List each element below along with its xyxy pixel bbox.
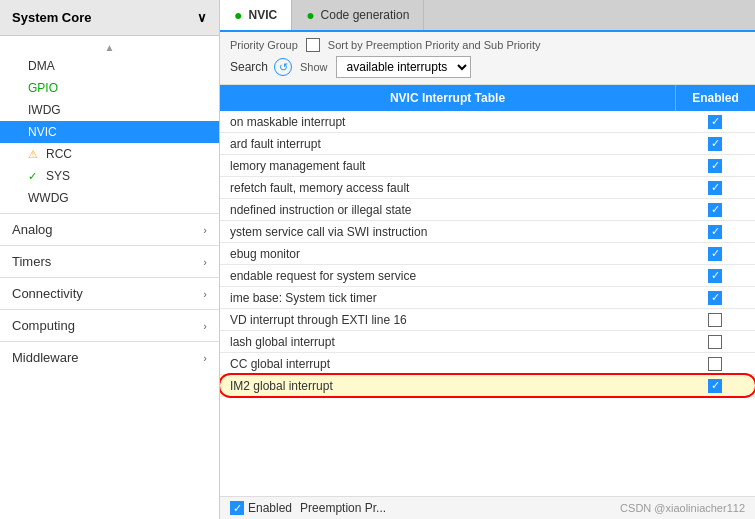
toolbar-row-1: Priority Group Sort by Preemption Priori… [230,38,745,52]
row-name-2: lemory management fault [220,156,675,176]
search-label: Search [230,60,268,74]
priority-group-label: Priority Group [230,39,298,51]
row-checkbox-4[interactable] [708,203,722,217]
show-select[interactable]: available interrupts all interrupts enab… [336,56,471,78]
table-row: ebug monitor [220,243,755,265]
sidebar-category-label-computing: Computing [12,318,75,333]
table-row: ard fault interrupt [220,133,755,155]
sort-label: Sort by Preemption Priority and Sub Prio… [328,39,541,51]
tab-code-gen[interactable]: ●Code generation [292,0,424,30]
main-content: ●NVIC●Code generation Priority Group Sor… [220,0,755,519]
row-checkbox-9[interactable] [708,313,722,327]
sidebar-category-computing[interactable]: Computing› [0,309,219,341]
table-row: refetch fault, memory access fault [220,177,755,199]
sidebar-header: System Core ∨ [0,0,219,36]
row-name-8: ime base: System tick timer [220,288,675,308]
row-enabled-12 [675,379,755,393]
sidebar-expand-icon[interactable]: ∨ [197,10,207,25]
table-row: ime base: System tick timer [220,287,755,309]
tab-label-code-gen: Code generation [321,8,410,22]
footer-bar: Enabled Preemption Pr... CSDN @xiaolinia… [220,496,755,519]
sidebar-item-iwdg[interactable]: IWDG [0,99,219,121]
interrupt-table: NVIC Interrupt Table Enabled on maskable… [220,85,755,496]
row-enabled-4 [675,203,755,217]
sidebar-category-label-analog: Analog [12,222,52,237]
search-box: Search ↺ [230,58,292,76]
sidebar-item-wwdg[interactable]: WWDG [0,187,219,209]
sidebar-title: System Core [12,10,91,25]
col-name-header: NVIC Interrupt Table [220,85,675,111]
table-header: NVIC Interrupt Table Enabled [220,85,755,111]
chevron-right-icon: › [203,320,207,332]
row-checkbox-8[interactable] [708,291,722,305]
sidebar-category-analog[interactable]: Analog› [0,213,219,245]
sidebar-category-label-connectivity: Connectivity [12,286,83,301]
row-name-1: ard fault interrupt [220,134,675,154]
warning-icon: ⚠ [28,148,42,161]
table-row: CC global interrupt [220,353,755,375]
row-checkbox-5[interactable] [708,225,722,239]
row-enabled-0 [675,115,755,129]
row-checkbox-12[interactable] [708,379,722,393]
chevron-right-icon: › [203,288,207,300]
footer-enabled-label: Enabled [248,501,292,515]
row-name-5: ystem service call via SWI instruction [220,222,675,242]
chevron-right-icon: › [203,352,207,364]
sidebar-category-label-timers: Timers [12,254,51,269]
row-enabled-10 [675,335,755,349]
sidebar-item-sys[interactable]: ✓SYS [0,165,219,187]
sidebar-item-rcc[interactable]: ⚠RCC [0,143,219,165]
toolbar: Priority Group Sort by Preemption Priori… [220,32,755,85]
row-checkbox-7[interactable] [708,269,722,283]
sidebar-item-dma[interactable]: DMA [0,55,219,77]
row-checkbox-1[interactable] [708,137,722,151]
sidebar-item-label-wwdg: WWDG [28,191,69,205]
row-name-3: refetch fault, memory access fault [220,178,675,198]
table-row: endable request for system service [220,265,755,287]
green-dot-icon: ● [306,7,314,23]
table-row: ndefined instruction or illegal state [220,199,755,221]
table-row: lemory management fault [220,155,755,177]
sidebar-category-timers[interactable]: Timers› [0,245,219,277]
row-name-12: IM2 global interrupt [220,376,675,396]
row-enabled-5 [675,225,755,239]
sidebar-item-gpio[interactable]: GPIO [0,77,219,99]
check-icon: ✓ [28,170,42,183]
row-checkbox-11[interactable] [708,357,722,371]
sidebar-item-nvic[interactable]: NVIC [0,121,219,143]
row-enabled-1 [675,137,755,151]
green-dot-icon: ● [234,7,242,23]
row-name-7: endable request for system service [220,266,675,286]
row-enabled-11 [675,357,755,371]
sidebar: System Core ∨ ▲ DMAGPIOIWDGNVIC⚠RCC✓SYSW… [0,0,220,519]
show-label: Show [300,61,328,73]
priority-group-checkbox[interactable] [306,38,320,52]
row-name-11: CC global interrupt [220,354,675,374]
row-checkbox-3[interactable] [708,181,722,195]
chevron-right-icon: › [203,224,207,236]
sidebar-category-label-middleware: Middleware [12,350,78,365]
table-row: IM2 global interrupt [220,375,755,397]
sidebar-item-label-nvic: NVIC [28,125,57,139]
search-icon[interactable]: ↺ [274,58,292,76]
sidebar-category-connectivity[interactable]: Connectivity› [0,277,219,309]
row-enabled-2 [675,159,755,173]
row-enabled-9 [675,313,755,327]
toolbar-row-2: Search ↺ Show available interrupts all i… [230,56,745,78]
sidebar-item-label-sys: SYS [46,169,70,183]
footer-enabled-checkbox[interactable] [230,501,244,515]
row-name-6: ebug monitor [220,244,675,264]
tab-nvic[interactable]: ●NVIC [220,0,292,30]
row-checkbox-10[interactable] [708,335,722,349]
tab-label-nvic: NVIC [248,8,277,22]
row-name-9: VD interrupt through EXTI line 16 [220,310,675,330]
row-checkbox-0[interactable] [708,115,722,129]
footer-preemption-label: Preemption Pr... [300,501,386,515]
scroll-up-indicator: ▲ [0,40,219,55]
row-checkbox-2[interactable] [708,159,722,173]
col-enabled-header: Enabled [675,85,755,111]
row-enabled-7 [675,269,755,283]
sidebar-category-middleware[interactable]: Middleware› [0,341,219,373]
row-enabled-3 [675,181,755,195]
row-checkbox-6[interactable] [708,247,722,261]
